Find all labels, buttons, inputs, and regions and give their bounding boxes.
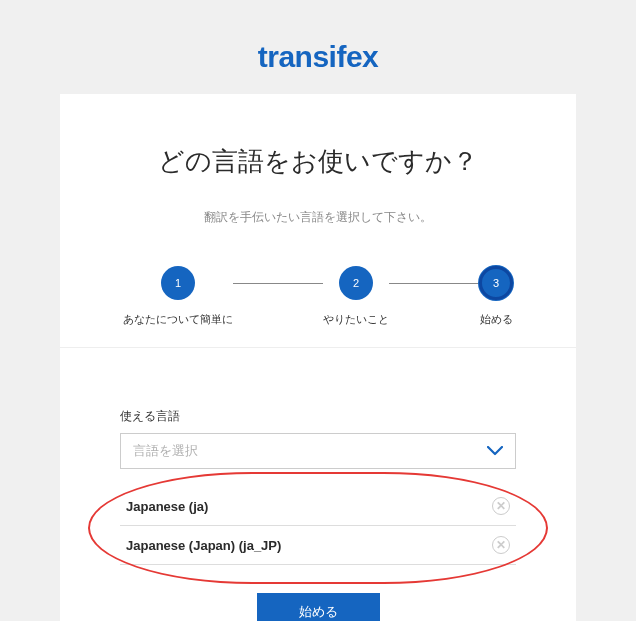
remove-icon[interactable]: ✕	[492, 536, 510, 554]
step-3-label: 始める	[480, 312, 513, 327]
list-item: Japanese (Japan) (ja_JP) ✕	[120, 526, 516, 565]
step-3-circle[interactable]: 3	[479, 266, 513, 300]
step-1-label: あなたについて簡単に	[123, 312, 233, 327]
step-connector	[389, 283, 479, 284]
page-subtitle: 翻訳を手伝いたい言語を選択して下さい。	[60, 209, 576, 226]
language-name: Japanese (ja)	[126, 499, 208, 514]
start-button[interactable]: 始める	[257, 593, 380, 621]
step-2-label: やりたいこと	[323, 312, 389, 327]
language-name: Japanese (Japan) (ja_JP)	[126, 538, 281, 553]
brand-logo: transifex	[0, 40, 636, 74]
step-connector	[233, 283, 323, 284]
select-placeholder: 言語を選択	[133, 442, 198, 460]
step-2-circle[interactable]: 2	[339, 266, 373, 300]
stepper: 1 あなたについて簡単に 2 やりたいこと 3 始める	[60, 266, 576, 348]
selected-language-list: Japanese (ja) ✕ Japanese (Japan) (ja_JP)…	[120, 487, 516, 565]
language-select[interactable]: 言語を選択	[120, 433, 516, 469]
remove-icon[interactable]: ✕	[492, 497, 510, 515]
step-1-circle[interactable]: 1	[161, 266, 195, 300]
chevron-down-icon	[487, 443, 503, 459]
onboarding-card: どの言語をお使いですか？ 翻訳を手伝いたい言語を選択して下さい。 1 あなたにつ…	[60, 94, 576, 621]
language-field-label: 使える言語	[120, 408, 516, 425]
page-title: どの言語をお使いですか？	[60, 144, 576, 179]
list-item: Japanese (ja) ✕	[120, 487, 516, 526]
